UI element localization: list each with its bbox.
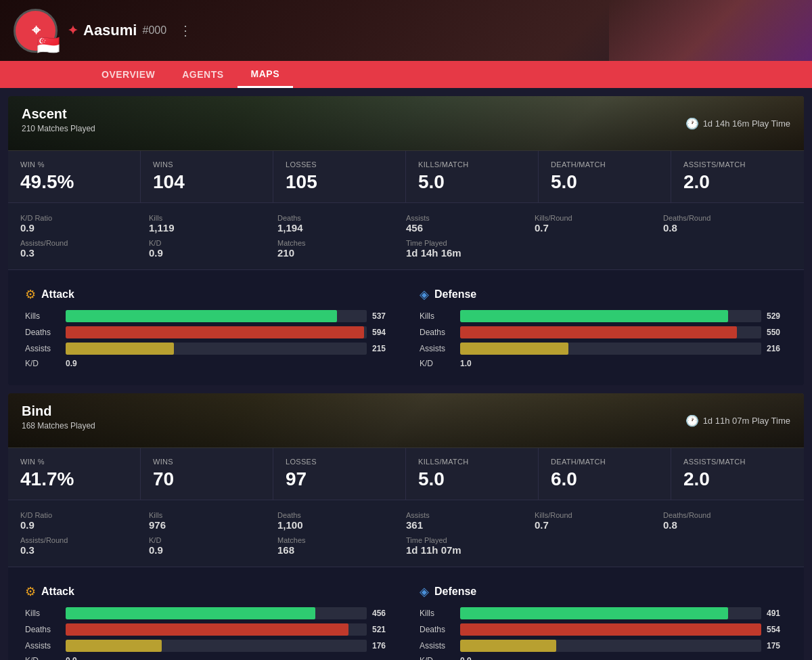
sec-time-played: Time Played 1d 14h 16m xyxy=(406,236,792,261)
defense-deaths-bar-bind xyxy=(460,623,761,636)
defense-deaths-track xyxy=(460,326,761,338)
header-info: ✦ Aasumi #000 ⋮ xyxy=(68,22,192,39)
defense-icon-2: ◈ xyxy=(420,584,429,599)
sec-assists-bind: Assists 361 xyxy=(406,508,535,533)
attack-deaths-bar-bind xyxy=(66,623,348,636)
attack-assists-row-bind: Assists 176 xyxy=(25,640,392,652)
attack-deaths-track xyxy=(66,326,367,338)
map-playtime-bind: 🕐 1d 11h 07m Play Time xyxy=(685,414,790,427)
defense-side-ascent: ◈ Defense Kills 529 Deaths 550 Assists xyxy=(409,280,797,375)
header-banner: ⌖ 🇸🇬 ✦ Aasumi #000 ⋮ xyxy=(0,0,812,61)
attack-assists-bar-bind xyxy=(66,640,162,652)
defense-label-2: Defense xyxy=(434,586,476,598)
defense-deaths-row: Deaths 550 xyxy=(420,326,787,338)
defense-kills-track-bind xyxy=(460,607,761,619)
attack-kd-row: K/D 0.9 xyxy=(25,359,392,368)
defense-title-bind: ◈ Defense xyxy=(420,584,787,599)
attack-kills-bar-bind xyxy=(66,607,315,619)
attack-side-ascent: ⚙ Attack Kills 537 Deaths 594 Assists xyxy=(15,280,403,375)
stats-grid-bind: Win % 41.7% Wins 70 Losses 97 Kills/Matc… xyxy=(8,447,804,500)
player-avatar: ⌖ 🇸🇬 xyxy=(14,9,58,53)
map-title-bind: Bind xyxy=(22,403,95,419)
sec-assists-round: Assists/Round 0.3 xyxy=(20,236,149,261)
sec-kills: Kills 1,119 xyxy=(149,211,277,236)
defense-label: Defense xyxy=(434,288,476,301)
attack-deaths-row: Deaths 594 xyxy=(25,326,392,338)
attack-side-bind: ⚙ Attack Kills 456 Deaths 521 Assists xyxy=(15,577,403,660)
defense-assists-row-bind: Assists 175 xyxy=(420,640,787,652)
combat-row-ascent: ⚙ Attack Kills 537 Deaths 594 Assists xyxy=(8,269,804,385)
attack-deaths-bar xyxy=(66,326,364,338)
stat-win-pct: Win % 49.5% xyxy=(8,151,141,202)
attack-assists-row: Assists 215 xyxy=(25,343,392,355)
attack-assists-bar xyxy=(66,343,174,355)
sec-kills-bind: Kills 976 xyxy=(149,508,277,533)
attack-kills-track-bind xyxy=(66,607,367,619)
player-tag: #000 xyxy=(142,24,166,37)
sec-deaths-round: Deaths/Round 0.8 xyxy=(663,211,792,236)
attack-kills-row-bind: Kills 456 xyxy=(25,607,392,619)
map-matches-ascent: 210 Matches Played xyxy=(22,124,95,133)
map-section-bind: Bind 168 Matches Played 🕐 1d 11h 07m Pla… xyxy=(8,393,804,660)
attack-icon-2: ⚙ xyxy=(25,584,36,599)
defense-assists-track xyxy=(460,343,761,355)
sec-kd-bind: K/D 0.9 xyxy=(149,533,277,558)
defense-kills-row: Kills 529 xyxy=(420,310,787,322)
valorant-icon: ✦ xyxy=(68,23,78,38)
attack-title-ascent: ⚙ Attack xyxy=(25,287,392,302)
sec-assists-round-bind: Assists/Round 0.3 xyxy=(20,533,149,558)
defense-assists-track-bind xyxy=(460,640,761,652)
more-options-icon[interactable]: ⋮ xyxy=(179,22,192,39)
nav-overview[interactable]: Overview xyxy=(88,61,168,88)
sec-matches: Matches 210 xyxy=(277,236,406,261)
defense-deaths-bar xyxy=(460,326,737,338)
map-title-ascent: Ascent xyxy=(22,106,95,122)
nav-agents[interactable]: Agents xyxy=(168,61,237,88)
nav-bar: Overview Agents Maps xyxy=(0,61,812,88)
defense-kills-bar-bind xyxy=(460,607,728,619)
sec-kd-ratio: K/D Ratio 0.9 xyxy=(20,211,149,236)
attack-deaths-row-bind: Deaths 521 xyxy=(25,623,392,636)
sec-deaths: Deaths 1,194 xyxy=(277,211,406,236)
stat-death-match: Death/Match 5.0 xyxy=(539,151,671,202)
sec-deaths-round-bind: Deaths/Round 0.8 xyxy=(663,508,792,533)
combat-row-bind: ⚙ Attack Kills 456 Deaths 521 Assists xyxy=(8,567,804,660)
stat-kills-match: Kills/Match 5.0 xyxy=(406,151,539,202)
attack-kills-row: Kills 537 xyxy=(25,310,392,322)
sec-time-played-bind: Time Played 1d 11h 07m xyxy=(406,533,792,558)
defense-deaths-track-bind xyxy=(460,623,761,636)
stat-wins-bind: Wins 70 xyxy=(141,448,273,500)
defense-assists-row: Assists 216 xyxy=(420,343,787,355)
attack-title-bind: ⚙ Attack xyxy=(25,584,392,599)
defense-assists-bar-bind xyxy=(460,640,556,652)
stat-losses: Losses 105 xyxy=(273,151,406,202)
flag-badge: 🇸🇬 xyxy=(42,41,54,49)
defense-deaths-row-bind: Deaths 554 xyxy=(420,623,787,636)
clock-icon: 🕐 xyxy=(685,117,699,130)
defense-title-ascent: ◈ Defense xyxy=(420,287,787,302)
stat-assists-match-bind: Assists/Match 2.0 xyxy=(671,448,804,500)
sec-assists: Assists 456 xyxy=(406,211,535,236)
map-playtime-ascent: 🕐 1d 14h 16m Play Time xyxy=(685,117,790,130)
attack-kd-row-bind: K/D 0.9 xyxy=(25,656,392,660)
attack-icon: ⚙ xyxy=(25,287,36,302)
defense-kd-row-bind: K/D 0.9 xyxy=(420,656,787,660)
defense-assists-bar xyxy=(460,343,568,355)
defense-side-bind: ◈ Defense Kills 491 Deaths 554 Assists xyxy=(409,577,797,660)
attack-label-2: Attack xyxy=(41,586,74,598)
defense-kills-bar xyxy=(460,310,728,322)
map-header-ascent: Ascent 210 Matches Played 🕐 1d 14h 16m P… xyxy=(8,96,804,150)
defense-kills-row-bind: Kills 491 xyxy=(420,607,787,619)
stat-win-pct-bind: Win % 41.7% xyxy=(8,448,141,500)
defense-icon: ◈ xyxy=(420,287,429,302)
attack-kills-bar xyxy=(66,310,337,322)
clock-icon-2: 🕐 xyxy=(685,414,699,427)
stat-death-match-bind: Death/Match 6.0 xyxy=(539,448,671,500)
secondary-stats-ascent: K/D Ratio 0.9 Kills 1,119 Deaths 1,194 A… xyxy=(8,202,804,269)
sec-deaths-bind: Deaths 1,100 xyxy=(277,508,406,533)
defense-kd-row: K/D 1.0 xyxy=(420,359,787,368)
map-header-bind: Bind 168 Matches Played 🕐 1d 11h 07m Pla… xyxy=(8,393,804,447)
map-matches-bind: 168 Matches Played xyxy=(22,421,95,431)
nav-maps[interactable]: Maps xyxy=(238,61,293,88)
map-section-ascent: Ascent 210 Matches Played 🕐 1d 14h 16m P… xyxy=(8,96,804,385)
